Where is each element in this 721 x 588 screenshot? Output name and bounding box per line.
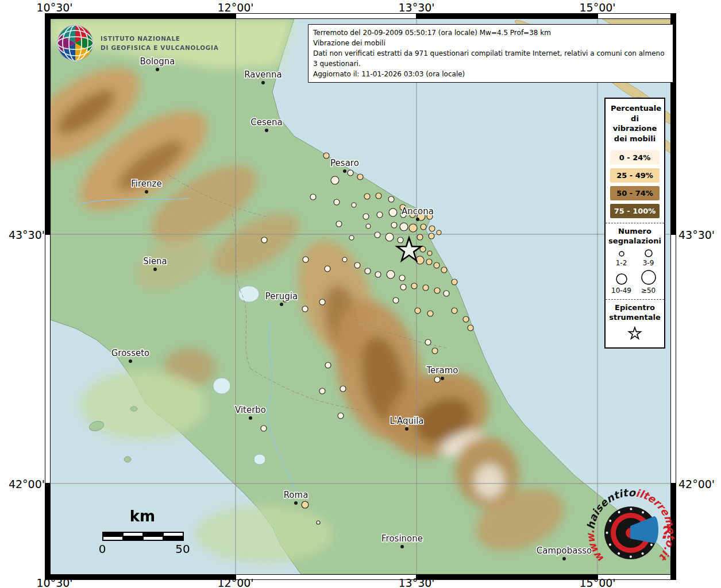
- legend-signal-3-9: 3-9: [635, 249, 662, 267]
- axis-label-left-4330: 43°30': [0, 229, 45, 241]
- legend-class-75-100: 75 - 100%: [610, 204, 660, 218]
- event-updated: Aggiornato il: 11-01-2026 03:03 (ora loc…: [313, 69, 668, 79]
- ingv-globe-icon: [56, 24, 94, 62]
- axis-label-top-1030: 10°30': [23, 1, 86, 14]
- signal-size-icon: [640, 269, 657, 285]
- axis-label-left-4200: 42°00': [0, 478, 45, 490]
- map-frame-top: [45, 13, 676, 19]
- legend-class-0-24: 0 - 24%: [610, 150, 660, 165]
- legend-signals-section: Numero segnalazioni 1-2 3-9 10-49 ≥50: [606, 223, 664, 299]
- scalebar-unit: km: [102, 508, 183, 525]
- legend-title: Percentuale di vibrazione dei mobili: [607, 99, 662, 146]
- map-frame-left: [45, 13, 51, 580]
- legend-epicenter-star: [627, 325, 643, 341]
- event-info-box: Terremoto del 20-09-2009 05:50:17 (ora l…: [308, 24, 673, 83]
- axis-label-bottom-1200: 12°00': [204, 577, 267, 588]
- legend-class-25-49: 25 - 49%: [610, 168, 660, 183]
- legend-epicenter-section: Epicentro strumentale: [606, 299, 664, 347]
- ingv-name-line1: ISTITUTO NAZIONALE: [101, 34, 219, 43]
- axis-label-top-1330: 13°30': [385, 1, 448, 14]
- legend-class-50-74: 50 - 74%: [610, 186, 660, 200]
- axis-label-bottom-1030: 10°30': [23, 577, 86, 588]
- signal-size-icon: [613, 273, 630, 285]
- axis-label-top-1500: 15°00': [566, 1, 629, 14]
- ingv-name-line2: DI GEOFISICA E VULCANOLOGIA: [101, 43, 219, 52]
- signal-size-icon: [640, 249, 657, 258]
- ingv-name: ISTITUTO NAZIONALE DI GEOFISICA E VULCAN…: [101, 34, 219, 53]
- legend-epicenter-title: Epicentro strumentale: [608, 303, 662, 323]
- haisentitoilterremoto-logo: ? www.haisentitoilterremoto.it: [575, 481, 721, 588]
- legend-signals-title: Numero segnalazioni: [608, 227, 662, 246]
- event-title: Terremoto del 20-09-2009 05:50:17 (ora l…: [313, 28, 668, 38]
- ingv-logo-block: ISTITUTO NAZIONALE DI GEOFISICA E VULCAN…: [56, 24, 219, 62]
- axis-label-bottom-1330: 13°30': [385, 577, 448, 588]
- axis-label-right-4330: 43°30': [678, 229, 721, 241]
- event-subtitle: Vibrazione dei mobili: [313, 38, 668, 48]
- scalebar-max: 50: [173, 542, 192, 556]
- signal-size-icon: [613, 250, 630, 258]
- legend-classes: 0 - 24% 25 - 49% 50 - 74% 75 - 100%: [606, 146, 664, 223]
- axis-label-top-1200: 12°00': [204, 1, 267, 14]
- legend-signal-10-49: 10-49: [608, 269, 635, 295]
- legend-signal-50plus: ≥50: [635, 269, 662, 295]
- legend: Percentuale di vibrazione dei mobili 0 -…: [604, 98, 665, 349]
- scalebar-min: 0: [98, 542, 107, 556]
- event-data-note: Dati non verificati estratti da 971 ques…: [313, 48, 668, 69]
- legend-signal-1-2: 1-2: [608, 249, 635, 267]
- scalebar-bar: [102, 532, 184, 541]
